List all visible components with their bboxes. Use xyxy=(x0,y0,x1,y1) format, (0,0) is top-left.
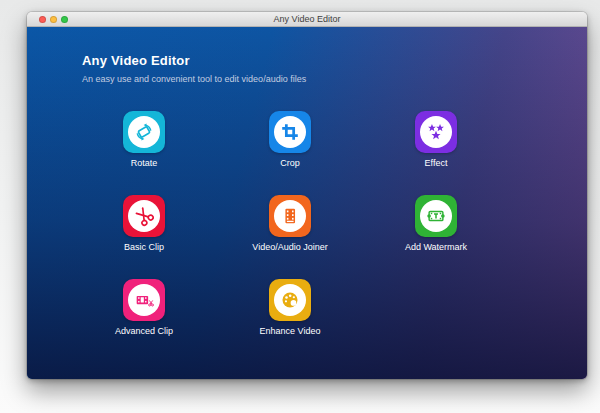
titlebar: Any Video Editor xyxy=(27,12,587,27)
scissors-icon xyxy=(133,205,155,227)
tool-grid: Rotate Crop xyxy=(71,111,509,336)
tool-label: Basic Clip xyxy=(124,242,164,252)
watermark-icon xyxy=(425,205,447,227)
palette-icon xyxy=(279,289,301,311)
close-button[interactable] xyxy=(39,16,46,23)
traffic-lights xyxy=(39,12,68,26)
tool-crop[interactable]: Crop xyxy=(217,111,363,168)
tool-advanced-clip[interactable]: Advanced Clip xyxy=(71,279,217,336)
filmstrip-icon xyxy=(279,205,301,227)
main-content: Any Video Editor An easy use and conveni… xyxy=(27,27,587,379)
enhance-video-tile xyxy=(269,279,311,321)
joiner-tile xyxy=(269,195,311,237)
zoom-button[interactable] xyxy=(61,16,68,23)
effect-tile xyxy=(415,111,457,153)
page-subtitle: An easy use and convenient tool to edit … xyxy=(82,74,587,84)
filmstrip-scissors-icon xyxy=(133,289,155,311)
basic-clip-tile xyxy=(123,195,165,237)
crop-icon xyxy=(279,121,301,143)
tool-label: Crop xyxy=(280,158,300,168)
tool-video-audio-joiner[interactable]: Video/Audio Joiner xyxy=(217,195,363,252)
advanced-clip-tile xyxy=(123,279,165,321)
crop-tile xyxy=(269,111,311,153)
page-title: Any Video Editor xyxy=(82,53,587,68)
tool-label: Effect xyxy=(425,158,448,168)
rotate-icon xyxy=(133,121,155,143)
tool-enhance-video[interactable]: Enhance Video xyxy=(217,279,363,336)
tool-add-watermark[interactable]: Add Watermark xyxy=(363,195,509,252)
tool-label: Video/Audio Joiner xyxy=(252,242,327,252)
app-window: Any Video Editor Any Video Editor An eas… xyxy=(27,12,587,379)
window-title: Any Video Editor xyxy=(274,12,341,27)
watermark-tile xyxy=(415,195,457,237)
tool-label: Enhance Video xyxy=(260,326,321,336)
tool-label: Add Watermark xyxy=(405,242,467,252)
minimize-button[interactable] xyxy=(50,16,57,23)
header: Any Video Editor An easy use and conveni… xyxy=(27,27,587,84)
rotate-tile xyxy=(123,111,165,153)
tool-rotate[interactable]: Rotate xyxy=(71,111,217,168)
tool-effect[interactable]: Effect xyxy=(363,111,509,168)
effect-stars-icon xyxy=(425,121,447,143)
tool-basic-clip[interactable]: Basic Clip xyxy=(71,195,217,252)
tool-label: Advanced Clip xyxy=(115,326,173,336)
tool-label: Rotate xyxy=(131,158,158,168)
